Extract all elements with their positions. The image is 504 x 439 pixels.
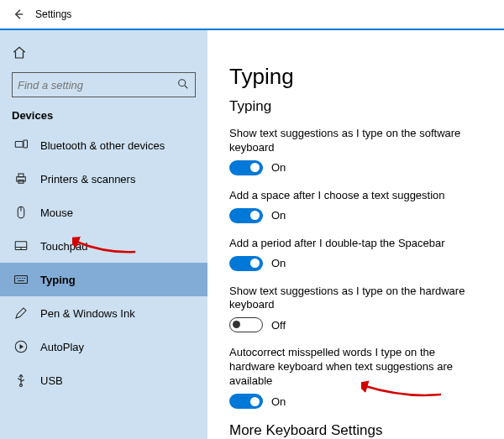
toggle-label: Off	[271, 319, 286, 332]
pen-icon	[13, 306, 29, 321]
sidebar-item-label: Mouse	[40, 206, 73, 219]
toggle-software-suggestions[interactable]	[229, 160, 263, 175]
setting-add-period: Add a period after I double-tap the Spac…	[229, 237, 482, 271]
svg-rect-4	[24, 140, 28, 148]
section-heading-more-keyboard: More Keyboard Settings	[229, 422, 482, 439]
setting-desc: Add a period after I double-tap the Spac…	[229, 237, 482, 251]
sidebar-item-label: Touchpad	[40, 240, 87, 253]
svg-marker-20	[20, 344, 24, 349]
window-titlebar: Settings	[0, 0, 504, 30]
toggle-label: On	[271, 209, 286, 222]
sidebar: Devices Bluetooth & other devices Printe…	[0, 30, 207, 439]
svg-rect-13	[15, 276, 28, 284]
sidebar-item-bluetooth[interactable]: Bluetooth & other devices	[0, 128, 207, 162]
sidebar-item-mouse[interactable]: Mouse	[0, 196, 207, 229]
svg-rect-5	[17, 177, 26, 181]
setting-autocorrect: Autocorrect misspelled words I type on t…	[229, 346, 482, 409]
sidebar-item-touchpad[interactable]: Touchpad	[0, 229, 207, 263]
sidebar-item-autoplay[interactable]: AutoPlay	[0, 330, 207, 363]
sidebar-item-label: USB	[40, 374, 63, 387]
setting-software-suggestions: Show text suggestions as I type on the s…	[229, 127, 482, 175]
sidebar-item-printers[interactable]: Printers & scanners	[0, 162, 207, 196]
toggle-label: On	[271, 395, 286, 408]
svg-rect-3	[15, 142, 23, 148]
keyboard-icon	[13, 272, 29, 287]
toggle-add-space[interactable]	[229, 208, 263, 223]
home-button[interactable]	[0, 39, 207, 67]
setting-desc: Add a space after I choose a text sugges…	[229, 189, 482, 203]
mouse-icon	[13, 205, 29, 220]
sidebar-item-label: Printers & scanners	[40, 173, 135, 186]
devices-icon	[13, 138, 29, 153]
back-button[interactable]	[7, 3, 30, 26]
sidebar-item-usb[interactable]: USB	[0, 363, 207, 397]
svg-rect-6	[18, 174, 24, 177]
svg-line-2	[185, 86, 187, 88]
sidebar-item-label: Pen & Windows Ink	[40, 307, 135, 320]
sidebar-group-heading: Devices	[0, 107, 207, 128]
section-heading-typing: Typing	[229, 98, 482, 115]
setting-add-space: Add a space after I choose a text sugges…	[229, 189, 482, 223]
search-icon	[176, 77, 190, 93]
setting-hardware-suggestions: Show text suggestions as I type on the h…	[229, 285, 482, 333]
touchpad-icon	[13, 238, 29, 253]
svg-point-1	[179, 79, 186, 86]
window-title: Settings	[35, 8, 71, 20]
search-input[interactable]	[18, 79, 176, 91]
setting-desc: Show text suggestions as I type on the h…	[229, 285, 482, 313]
toggle-hardware-suggestions[interactable]	[229, 317, 263, 332]
sidebar-item-label: AutoPlay	[40, 341, 84, 353]
setting-desc: Autocorrect misspelled words I type on t…	[229, 346, 482, 389]
toggle-label: On	[271, 161, 286, 174]
home-icon	[12, 45, 27, 60]
page-title: Typing	[229, 64, 482, 90]
toggle-label: On	[271, 257, 286, 269]
search-box[interactable]	[12, 72, 196, 97]
sidebar-item-pen[interactable]: Pen & Windows Ink	[0, 296, 207, 330]
content-pane: Typing Typing Show text suggestions as I…	[207, 30, 504, 439]
usb-icon	[13, 373, 29, 388]
sidebar-item-label: Bluetooth & other devices	[40, 139, 165, 152]
printer-icon	[13, 171, 29, 186]
toggle-add-period[interactable]	[229, 256, 263, 271]
sidebar-item-typing[interactable]: Typing	[0, 263, 207, 296]
sidebar-item-label: Typing	[40, 274, 76, 286]
setting-desc: Show text suggestions as I type on the s…	[229, 127, 482, 155]
autoplay-icon	[13, 339, 29, 354]
back-arrow-icon	[12, 8, 25, 21]
toggle-autocorrect[interactable]	[229, 394, 263, 409]
